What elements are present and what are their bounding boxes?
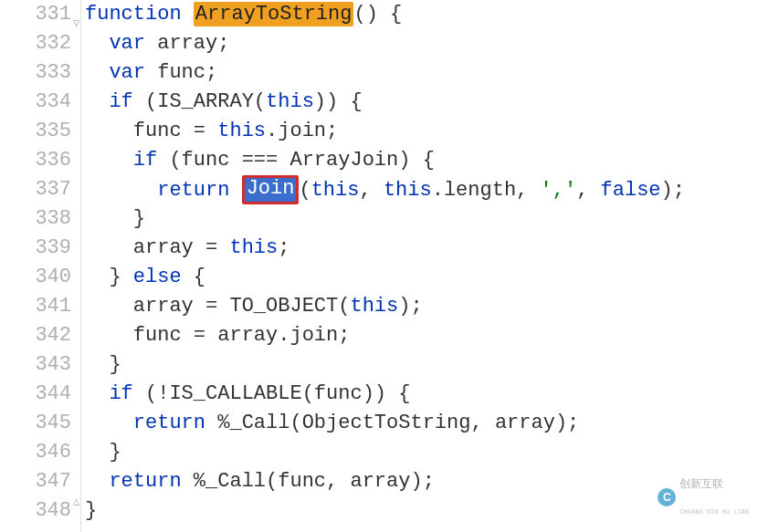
line-number: 339: [0, 234, 71, 263]
line-number: 346: [0, 438, 71, 467]
keyword-token: return: [133, 412, 217, 434]
code-line[interactable]: if (IS_ARRAY(this)) {: [85, 88, 758, 117]
watermark-logo-letter: C: [663, 483, 671, 512]
line-number: 337: [0, 175, 71, 204]
punct-token: }: [85, 499, 97, 522]
watermark-subtext: CHUANG XIN HU LIAN: [679, 497, 749, 527]
punct-token: ,: [359, 179, 383, 202]
code-token: array;: [157, 32, 229, 55]
code-line[interactable]: func = this.join;: [85, 117, 758, 146]
code-token: (IS_ARRAY(: [145, 90, 266, 113]
code-line[interactable]: return %_Call(ObjectToString, array);: [85, 409, 758, 438]
punct-token: }: [109, 441, 121, 464]
fold-open-icon[interactable]: ▽: [73, 18, 84, 29]
keyword-token: false: [601, 179, 661, 202]
code-line[interactable]: }: [85, 350, 758, 380]
keyword-token: return: [157, 179, 241, 202]
code-line[interactable]: } else {: [85, 263, 758, 292]
line-number: 345: [0, 409, 71, 438]
punct-token: (: [299, 179, 311, 202]
punct-token: );: [398, 295, 422, 318]
line-number: 344: [0, 380, 71, 409]
keyword-token: this: [229, 236, 278, 259]
line-number: 338: [0, 204, 71, 234]
line-number: 336: [0, 146, 71, 175]
keyword-token: this: [384, 179, 432, 202]
keyword-token: function: [85, 3, 194, 26]
code-token: array =: [133, 236, 230, 259]
code-token: func;: [157, 61, 217, 84]
keyword-token: if: [109, 382, 145, 405]
line-number: 334: [0, 88, 71, 117]
code-token: array = TO_OBJECT(: [133, 295, 351, 318]
string-token: ',': [541, 179, 577, 202]
code-token: .join;: [266, 120, 338, 142]
code-line[interactable]: var array;: [85, 29, 758, 58]
code-line[interactable]: function ArrayToString() {: [85, 0, 758, 29]
punct-token: )) {: [314, 90, 363, 113]
keyword-token: else: [133, 266, 182, 288]
keyword-token: this: [217, 120, 266, 142]
punct-token: );: [661, 179, 685, 202]
keyword-token: if: [109, 90, 145, 113]
code-line[interactable]: array = TO_OBJECT(this);: [85, 292, 758, 321]
keyword-token: this: [311, 179, 360, 202]
code-editor[interactable]: 3313323333343353363373383393403413423433…: [0, 0, 758, 532]
keyword-token: this: [350, 295, 398, 318]
code-line[interactable]: var func;: [85, 58, 758, 88]
punct-token: }: [109, 353, 121, 376]
code-token: (func === ArrayJoin) {: [169, 149, 434, 172]
line-number: 342: [0, 321, 71, 350]
punct-token: ;: [278, 236, 290, 259]
punct-token: }: [133, 207, 145, 230]
code-line[interactable]: }: [85, 438, 758, 467]
code-line[interactable]: }: [85, 204, 758, 234]
line-number: 341: [0, 292, 71, 321]
code-token: .length,: [432, 179, 541, 202]
watermark-text: 创新互联: [679, 477, 723, 490]
code-token: (!IS_CALLABLE(func)) {: [145, 382, 410, 405]
line-number: 331: [0, 0, 71, 29]
line-number: 332: [0, 29, 71, 58]
punct-token: {: [182, 266, 205, 288]
code-line[interactable]: array = this;: [85, 234, 758, 263]
keyword-token: var: [109, 32, 157, 55]
watermark-logo-icon: C: [658, 488, 676, 506]
highlighted-function-name: ArrayToString: [194, 2, 354, 26]
line-number: 340: [0, 263, 71, 292]
punct-token: () {: [353, 3, 402, 26]
keyword-token: var: [109, 61, 157, 84]
code-line[interactable]: return Join(this, this.length, ',', fals…: [85, 175, 758, 204]
watermark: C 创新互联 CHUANG XIN HU LIAN: [658, 468, 749, 527]
keyword-token: if: [133, 149, 170, 172]
line-number: 335: [0, 117, 71, 146]
code-token: func = array.join;: [133, 324, 351, 347]
code-token: %_Call(func, array);: [194, 470, 435, 493]
line-number: 343: [0, 350, 71, 380]
line-number: 348: [0, 496, 71, 526]
code-line[interactable]: if (func === ArrayJoin) {: [85, 146, 758, 175]
code-area[interactable]: function ArrayToString() { var array; va…: [81, 0, 758, 532]
fold-close-icon[interactable]: △: [73, 496, 84, 507]
code-token: func =: [133, 120, 217, 142]
code-token: %_Call(ObjectToString, array);: [217, 412, 579, 434]
keyword-token: return: [109, 470, 193, 493]
line-number-gutter: 3313323333343353363373383393403413423433…: [0, 0, 81, 532]
keyword-token: this: [266, 90, 314, 113]
code-line[interactable]: func = array.join;: [85, 321, 758, 350]
code-line[interactable]: if (!IS_CALLABLE(func)) {: [85, 380, 758, 409]
line-number: 333: [0, 58, 71, 88]
punct-token: ,: [576, 179, 600, 202]
selected-identifier: Join: [242, 175, 300, 204]
punct-token: }: [109, 266, 132, 288]
line-number: 347: [0, 467, 71, 496]
